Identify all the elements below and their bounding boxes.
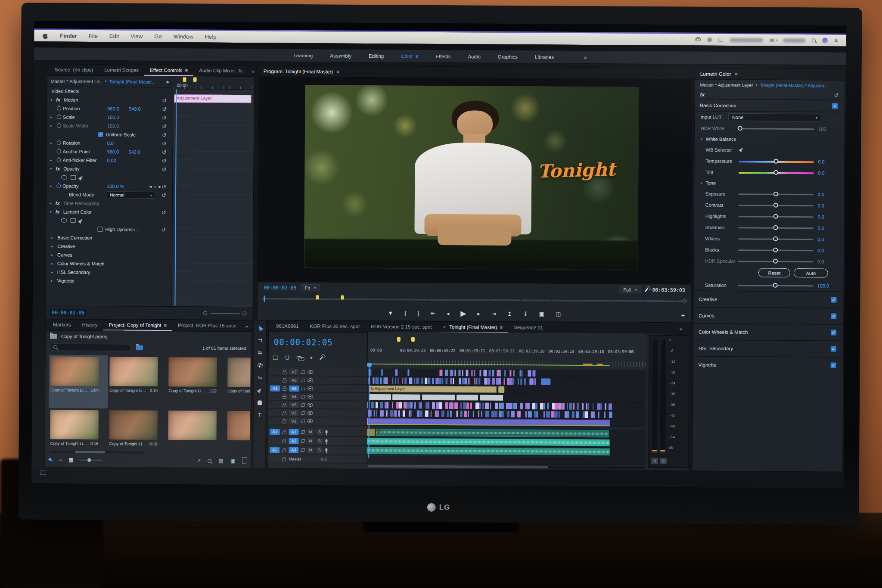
workspace-tab-editing[interactable]: Editing bbox=[369, 53, 384, 58]
status-bar-icon[interactable] bbox=[40, 470, 46, 475]
project-item[interactable]: Copy of Tonight Linked..2:19 bbox=[108, 355, 167, 409]
mark-in-icon[interactable]: { bbox=[404, 310, 406, 316]
timeline-clip[interactable] bbox=[559, 403, 562, 410]
timeline-clip[interactable] bbox=[478, 411, 479, 417]
effect-row-blend-mode[interactable]: Blend ModeNormal▾↺ bbox=[47, 190, 172, 199]
timeline-clip[interactable] bbox=[522, 370, 523, 376]
battery-icon[interactable] bbox=[770, 38, 777, 42]
timeline-clip[interactable] bbox=[498, 386, 504, 393]
timeline-clip[interactable] bbox=[554, 411, 558, 418]
white-balance-group[interactable]: ▾ White Balance bbox=[695, 134, 845, 145]
browser-icon[interactable] bbox=[696, 37, 701, 43]
timeline-clip[interactable] bbox=[485, 411, 489, 417]
track-lock-icon[interactable] bbox=[283, 371, 286, 374]
chevron-right-icon[interactable]: ▸ bbox=[50, 184, 56, 188]
project-tab-project-copy-of-tonight[interactable]: Project: Copy of Tonight≡ bbox=[103, 320, 172, 331]
source-patch[interactable] bbox=[270, 393, 280, 399]
extract-icon[interactable]: ↧ bbox=[523, 311, 528, 317]
track-lock-icon[interactable] bbox=[282, 440, 286, 443]
timeline-clip[interactable] bbox=[402, 377, 404, 384]
param-value[interactable]: 100.0 % bbox=[107, 184, 124, 189]
effect-row-time-remapping[interactable]: ▸fxTime Remapping bbox=[47, 199, 172, 208]
project-folder-icon[interactable] bbox=[50, 334, 57, 339]
timeline-clip[interactable] bbox=[474, 378, 475, 384]
new-bin-icon[interactable]: ▤ bbox=[218, 458, 223, 464]
selection-tool-icon[interactable] bbox=[255, 322, 265, 333]
timeline-clip[interactable] bbox=[513, 370, 514, 376]
timeline-clip[interactable] bbox=[454, 402, 458, 409]
auto-button[interactable]: Auto bbox=[794, 268, 828, 277]
effect-row-lumetri-color[interactable]: ▾fxLumetri Color↺ bbox=[47, 207, 172, 217]
settings-wrench-icon[interactable] bbox=[645, 288, 649, 292]
reset-icon[interactable]: ↺ bbox=[834, 92, 839, 99]
meter-solo-button[interactable]: S bbox=[660, 458, 667, 464]
timeline-clip[interactable] bbox=[600, 403, 602, 410]
timeline-clip[interactable] bbox=[582, 403, 584, 410]
chevron-down-icon[interactable]: ▾ bbox=[50, 167, 56, 171]
timeline-clip[interactable] bbox=[534, 378, 536, 385]
chevron-right-icon[interactable]: ▸ bbox=[50, 124, 56, 128]
timeline-clip[interactable] bbox=[407, 370, 409, 376]
effect-row-high-dynamic[interactable]: High Dynamic ..↺ bbox=[46, 224, 172, 234]
timeline-clip[interactable] bbox=[527, 403, 530, 409]
timeline-clip[interactable] bbox=[407, 402, 410, 409]
lumetri-section-vignette[interactable]: Vignette✓ bbox=[693, 356, 843, 373]
timeline-clip[interactable] bbox=[479, 378, 481, 385]
timeline-clip[interactable] bbox=[462, 370, 463, 376]
search-input[interactable] bbox=[50, 343, 132, 351]
track-header-a2[interactable]: A2MS bbox=[268, 437, 366, 446]
chevron-down-icon[interactable]: ▾ bbox=[105, 79, 106, 83]
section-checkbox[interactable]: ✓ bbox=[831, 314, 836, 319]
slider-value[interactable]: 0.0 bbox=[818, 192, 824, 197]
project-tab-markers[interactable]: Markers bbox=[47, 320, 77, 330]
step-forward-icon[interactable]: ▸ bbox=[477, 310, 480, 317]
timeline-clip[interactable] bbox=[511, 411, 515, 417]
timeline-clip[interactable] bbox=[466, 370, 468, 376]
timeline-clip[interactable] bbox=[392, 394, 420, 400]
rect-mask-icon[interactable] bbox=[71, 218, 76, 223]
notification-center-icon[interactable]: ≡ bbox=[835, 37, 838, 44]
timeline-clip[interactable] bbox=[487, 378, 491, 385]
menu-item-window[interactable]: Window bbox=[174, 33, 193, 40]
saturation-knob[interactable] bbox=[773, 283, 778, 288]
fx-icon[interactable]: fx bbox=[700, 91, 705, 97]
effect-row-anti-flicker-filter[interactable]: ▸Anti-flicker Filter0.00↺ bbox=[47, 156, 172, 165]
display-icon[interactable] bbox=[719, 38, 724, 42]
timeline-clip[interactable] bbox=[502, 411, 504, 417]
timeline-clip[interactable] bbox=[572, 411, 575, 418]
meter-solo-button[interactable]: S bbox=[651, 458, 658, 464]
timeline-clip[interactable] bbox=[598, 411, 599, 418]
effect-controls-tab-audio-clip-mixer-tc[interactable]: Audio Clip Mixer: Tc bbox=[193, 65, 248, 76]
menu-item-view[interactable]: View bbox=[130, 33, 143, 40]
project-tab-project-kor-plus-15-secc[interactable]: Project: KOR Plus 15 secc bbox=[172, 320, 242, 331]
effect-controls-overflow-icon[interactable]: » bbox=[248, 68, 258, 74]
stopwatch-icon[interactable] bbox=[57, 124, 61, 128]
ellipse-mask-icon[interactable] bbox=[61, 175, 67, 180]
timeline-clip[interactable] bbox=[507, 411, 509, 417]
track-header-v3[interactable]: V3 bbox=[268, 401, 367, 409]
timeline-clip[interactable] bbox=[516, 403, 517, 409]
program-timecode[interactable]: 00:00:02:05 bbox=[264, 285, 297, 291]
sync-lock-icon[interactable] bbox=[301, 420, 305, 423]
timeline-clip[interactable] bbox=[457, 395, 478, 400]
timeline-clip[interactable] bbox=[499, 411, 502, 417]
track-name[interactable]: V5 bbox=[289, 385, 299, 391]
slider-knob[interactable] bbox=[773, 236, 778, 241]
mute-button[interactable]: M bbox=[307, 429, 314, 435]
hdr-white-value[interactable]: 100 bbox=[818, 126, 826, 131]
project-name[interactable]: Copy of Tonight.prproj bbox=[61, 334, 107, 339]
effect-subsection-creative[interactable]: ▸Creative bbox=[46, 242, 172, 251]
project-writable-icon[interactable] bbox=[48, 457, 54, 463]
panel-menu-icon[interactable]: ≡ bbox=[164, 323, 167, 328]
timeline-clip[interactable] bbox=[498, 378, 501, 385]
track-lock-icon[interactable] bbox=[283, 380, 286, 382]
reset-icon[interactable]: ↺ bbox=[162, 106, 167, 112]
voiceover-mic-icon[interactable] bbox=[325, 439, 327, 442]
project-item-partial[interactable] bbox=[225, 409, 251, 448]
chevron-right-icon[interactable]: ▸ bbox=[51, 236, 53, 240]
track-lock-icon[interactable] bbox=[283, 388, 286, 390]
effect-controls-tab-lumetri-scopes[interactable]: Lumetri Scopes bbox=[99, 65, 144, 76]
slider-value[interactable]: 0.0 bbox=[818, 170, 824, 175]
panel-menu-icon[interactable]: ≡ bbox=[185, 68, 188, 73]
workspace-tab-learning[interactable]: Learning bbox=[293, 53, 313, 58]
